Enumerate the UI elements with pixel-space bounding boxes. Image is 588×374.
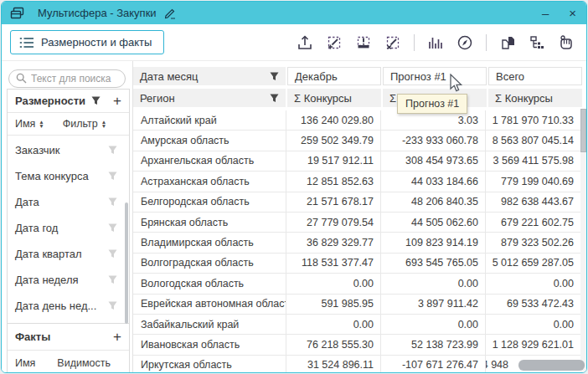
value-cell[interactable]: -233 933 060.78	[381, 131, 486, 151]
table-row[interactable]: Архангельская область19 517 912.11308 45…	[133, 151, 586, 172]
filter-icon[interactable]	[108, 275, 117, 284]
col-name-label[interactable]: Имя	[15, 118, 35, 130]
close-button[interactable]: ×	[569, 7, 576, 19]
value-cell[interactable]: 0.00	[486, 274, 580, 294]
value-cell[interactable]: 136 240 029.80	[286, 110, 381, 131]
region-cell[interactable]: Вологодская область	[133, 274, 286, 294]
table-row[interactable]: Алтайский край136 240 029.803.031 781 97…	[133, 110, 586, 131]
region-cell[interactable]: Амурская область	[133, 131, 286, 151]
filter-icon[interactable]	[91, 96, 101, 105]
table-row[interactable]: Владимирская область36 829 329.77109 823…	[133, 233, 586, 253]
value-cell[interactable]: 76 218 555.30	[286, 335, 381, 355]
value-cell[interactable]: 3 897 911.42	[381, 295, 486, 315]
col-filter-label[interactable]: Фильтр	[63, 118, 98, 130]
value-cell[interactable]: 21 571 678.17	[286, 192, 381, 213]
value-cell[interactable]: 44 033 184.66	[381, 172, 486, 192]
filter-icon[interactable]	[270, 72, 279, 81]
region-cell[interactable]: Астраханская область	[133, 172, 286, 192]
table-row[interactable]: Брянская область27 779 079.5444 505 062.…	[133, 213, 586, 233]
region-cell[interactable]: Архангельская область	[133, 151, 286, 172]
value-cell[interactable]: 0.00	[286, 315, 381, 335]
dimension-item[interactable]: Тема конкурса	[8, 163, 129, 189]
dimension-item[interactable]: Дата	[8, 189, 129, 215]
value-cell[interactable]: 8 563 807 045.14	[486, 131, 580, 151]
horizontal-scrollbar-thumb[interactable]	[518, 360, 585, 371]
facts-col-visibility-label[interactable]: Видимость	[57, 357, 111, 369]
bar-chart-icon[interactable]	[427, 34, 444, 51]
table-row[interactable]: Волгоградская область118 531 377.47693 5…	[133, 254, 586, 274]
filter-icon[interactable]	[108, 197, 117, 207]
value-cell[interactable]: 12 851 852.63	[286, 172, 381, 192]
column-header[interactable]: Прогноз #1	[383, 67, 487, 85]
value-cell[interactable]: 982 638 443.67	[486, 192, 580, 213]
filter-icon[interactable]	[270, 94, 279, 103]
value-cell[interactable]: 44 505 062.60	[381, 213, 486, 233]
region-cell[interactable]: Владимирская область	[133, 233, 286, 253]
value-cell[interactable]: 5 012 659 287.05	[486, 254, 580, 274]
region-cell[interactable]: Ивановская область	[133, 335, 286, 355]
value-cell[interactable]: 693 545 765.05	[381, 254, 486, 274]
rename-pencil-icon[interactable]	[163, 8, 177, 19]
filter-icon[interactable]	[108, 172, 117, 181]
value-cell[interactable]: 591 985.95	[286, 295, 381, 315]
value-cell[interactable]: 3 569 411 575.98	[486, 151, 580, 172]
value-cell[interactable]: 0.00	[381, 315, 486, 335]
region-cell[interactable]: Брянская область	[133, 213, 286, 233]
export-icon[interactable]	[297, 34, 313, 51]
dimension-item[interactable]: Дата день нед...	[8, 293, 129, 319]
value-cell[interactable]: 259 502 349.79	[286, 131, 381, 151]
hand-view-icon[interactable]	[558, 34, 575, 51]
value-cell[interactable]: 118 531 377.47	[286, 254, 381, 274]
value-cell[interactable]: 679 221 602.75	[486, 213, 580, 233]
measure-header[interactable]: Σ Конкурсы	[287, 89, 381, 107]
table-row[interactable]: Ивановская область76 218 555.3052 138 72…	[133, 335, 586, 355]
value-cell[interactable]: 0.00	[486, 315, 580, 335]
dimension-item[interactable]: Дата квартал	[8, 241, 129, 267]
add-measure-selection-icon[interactable]	[326, 34, 343, 51]
value-cell[interactable]: 19 517 912.11	[286, 151, 381, 172]
sidebar-scrollbar-thumb[interactable]	[125, 202, 128, 324]
table-row[interactable]: Белгородская область21 571 678.1748 206 …	[133, 192, 586, 213]
value-cell[interactable]: 0.00	[381, 274, 486, 294]
region-cell[interactable]: Белгородская область	[133, 192, 286, 213]
facts-col-name-label[interactable]: Имя	[15, 357, 35, 369]
dimensions-facts-button[interactable]: Размерности и факты	[10, 30, 164, 54]
column-header[interactable]: Декабрь	[287, 67, 381, 85]
remove-measure-selection-icon[interactable]	[384, 34, 401, 51]
alert-selection-icon[interactable]	[355, 34, 372, 51]
copy-sheets-icon[interactable]	[499, 34, 516, 51]
table-row[interactable]: Забайкальский край0.000.000.00	[133, 315, 586, 335]
value-cell[interactable]: 52 138 723.99	[381, 335, 486, 355]
filter-icon[interactable]	[108, 301, 117, 310]
value-cell[interactable]: 109 823 914.19	[381, 233, 486, 253]
filter-icon[interactable]	[108, 249, 117, 259]
structure-icon[interactable]	[529, 34, 545, 51]
sort-icon[interactable]: ▲▼	[39, 120, 44, 128]
dimension-item[interactable]: Дата год	[8, 215, 129, 241]
filter-icon[interactable]	[108, 223, 117, 233]
region-cell[interactable]: Алтайский край	[133, 110, 286, 131]
value-cell[interactable]: 0.00	[286, 274, 381, 294]
value-cell[interactable]: 879 323 502.26	[486, 233, 580, 253]
value-cell[interactable]: 27 779 079.54	[286, 213, 381, 233]
region-cell[interactable]: Еврейская автономная область	[133, 295, 286, 315]
column-header[interactable]: Всего	[488, 67, 582, 85]
value-cell[interactable]: 31 524 896.11	[286, 356, 381, 372]
sort-icon[interactable]: ▲▼	[101, 120, 106, 128]
row2-dimension-header[interactable]: Регион	[133, 89, 286, 107]
row1-dimension-header[interactable]: Дата месяц	[133, 67, 286, 85]
filter-icon[interactable]	[108, 146, 117, 155]
region-cell[interactable]: Забайкальский край	[133, 315, 286, 335]
dimension-item[interactable]: Заказчик	[8, 137, 129, 163]
value-cell[interactable]: 36 829 329.77	[286, 233, 381, 253]
add-fact-button[interactable]: +	[113, 331, 121, 343]
table-row[interactable]: Амурская область259 502 349.79-233 933 0…	[133, 131, 586, 151]
value-cell[interactable]: 779 199 040.69	[486, 172, 580, 192]
value-cell[interactable]: 48 206 840.35	[381, 192, 486, 213]
compass-icon[interactable]	[456, 34, 473, 51]
value-cell[interactable]: 1 128 929 621.01	[486, 335, 580, 355]
dimension-item[interactable]: Дата неделя	[8, 267, 129, 293]
value-cell[interactable]: 69 533 472.43	[486, 295, 580, 315]
value-cell[interactable]: 1 781 970 710.33	[486, 110, 580, 131]
region-cell[interactable]: Иркутская область	[133, 356, 286, 372]
